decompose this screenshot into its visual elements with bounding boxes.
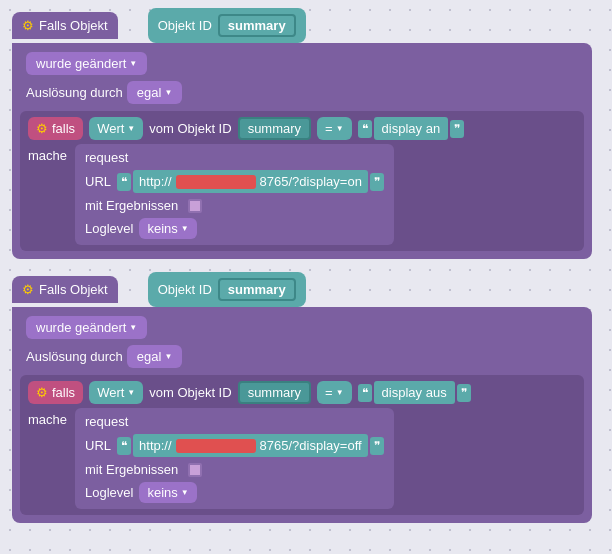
block2-mit-label: mit Ergebnissen [85,462,178,477]
block1-wert-btn[interactable]: Wert ▼ [89,117,143,140]
block1-equals-arrow: ▼ [336,124,344,133]
block1-auslosung-row: Auslösung durch egal ▼ [20,78,584,107]
block1-vom-label: vom Objekt ID [149,121,231,136]
block1-auslosung-arrow: ▼ [164,88,172,97]
block1-request-label: request [85,150,128,165]
block2-vom-value: summary [238,381,311,404]
block2-url-value: http:// 8765/?display=off [133,434,368,457]
block2-wurde-arrow: ▼ [129,323,137,332]
block2-falls-row: ⚙ falls Wert ▼ vom Objekt ID summary = ▼… [28,381,576,404]
block2-quote-right: ❞ [457,384,471,402]
block2-mit-row: mit Ergebnissen [85,462,384,477]
block1-url-redacted [176,175,256,189]
block2-equals-btn[interactable]: = ▼ [317,381,352,404]
block2-vom-label: vom Objekt ID [149,385,231,400]
block2-url-label: URL [85,438,111,453]
block1-url-quote-left: ❝ [117,173,131,191]
block2-auslosung-row: Auslösung durch egal ▼ [20,342,584,371]
block1-request-row: request [85,150,384,165]
block2-request-row: request [85,414,384,429]
block1-url-container: ❝ http:// 8765/?display=on ❞ [117,170,384,193]
block2-equals-arrow: ▼ [336,388,344,397]
block2-display-container: ❝ display aus ❞ [358,381,471,404]
block2-loglevel-label: Loglevel [85,485,133,500]
block1-container: ⚙ Falls Objekt Objekt ID summary wurde g… [12,8,592,259]
block2-url-redacted [176,439,256,453]
block2-header-gap [118,274,148,306]
block2-objekt-id-value: summary [218,278,296,301]
block1-wurde-arrow: ▼ [129,59,137,68]
block2-objekt-id-container: Objekt ID summary [148,272,306,307]
block2-loglevel-arrow: ▼ [181,488,189,497]
block2-mache-section: mache request URL ❝ http:// [28,408,576,509]
block2-auslosung-label: Auslösung durch [26,349,123,364]
block1-url-quote-right: ❞ [370,173,384,191]
block1-wurde-row: wurde geändert ▼ [20,49,584,78]
block1-falls-objekt[interactable]: ⚙ Falls Objekt [12,12,118,39]
block2-request-label: request [85,414,128,429]
block2-wert-arrow: ▼ [127,388,135,397]
block2-url-quote-left: ❝ [117,437,131,455]
block2-wurde-btn[interactable]: wurde geändert ▼ [26,316,147,339]
block1-falls-row: ⚙ falls Wert ▼ vom Objekt ID summary = ▼… [28,117,576,140]
block2-mache-label: mache [28,408,67,427]
block1-falls-gear[interactable]: ⚙ falls [28,117,83,140]
block1-header: ⚙ Falls Objekt Objekt ID summary [12,8,592,43]
block2-mache-inner: request URL ❝ http:// 8765/?display=off [75,408,394,509]
block2-mit-checkbox[interactable] [188,463,202,477]
block1-display-container: ❝ display an ❞ [358,117,465,140]
gear-icon: ⚙ [22,18,34,33]
block2-loglevel-btn[interactable]: keins ▼ [139,482,196,503]
block1-equals-btn[interactable]: = ▼ [317,117,352,140]
block2-wurde-row: wurde geändert ▼ [20,313,584,342]
block2-wert-btn[interactable]: Wert ▼ [89,381,143,404]
block1-url-value: http:// 8765/?display=on [133,170,368,193]
block1-mit-row: mit Ergebnissen [85,198,384,213]
block1-wert-arrow: ▼ [127,124,135,133]
block1-url-row: URL ❝ http:// 8765/?display=on ❞ [85,170,384,193]
block2-url-quote-right: ❞ [370,437,384,455]
block2-header: ⚙ Falls Objekt Objekt ID summary [12,272,592,307]
block1-mit-checkbox[interactable] [188,199,202,213]
block1-mache-inner: request URL ❝ http:// 8765/?display=on [75,144,394,245]
block1-main: wurde geändert ▼ Auslösung durch egal ▼ … [12,43,592,259]
block2-falls-gear-icon: ⚙ [36,385,48,400]
block2-gear-icon: ⚙ [22,282,34,297]
block1-falls-gear-icon: ⚙ [36,121,48,136]
block2-auslosung-btn[interactable]: egal ▼ [127,345,183,368]
block1-auslosung-btn[interactable]: egal ▼ [127,81,183,104]
block1-url-label: URL [85,174,111,189]
block2-falls-gear[interactable]: ⚙ falls [28,381,83,404]
block1-auslosung-label: Auslösung durch [26,85,123,100]
block1-falls-container: ⚙ falls Wert ▼ vom Objekt ID summary = ▼… [20,111,584,251]
block2-url-container: ❝ http:// 8765/?display=off ❞ [117,434,384,457]
block1-mache-label: mache [28,144,67,163]
block1-objekt-id-container: Objekt ID summary [148,8,306,43]
block1-wurde-btn[interactable]: wurde geändert ▼ [26,52,147,75]
block1-loglevel-btn[interactable]: keins ▼ [139,218,196,239]
block2-display-value: display aus [374,381,455,404]
block1-mit-label: mit Ergebnissen [85,198,178,213]
block1-header-gap [118,10,148,42]
block1-quote-left: ❝ [358,120,372,138]
block1-loglevel-arrow: ▼ [181,224,189,233]
block2-auslosung-arrow: ▼ [164,352,172,361]
block1-display-value: display an [374,117,449,140]
block2-main: wurde geändert ▼ Auslösung durch egal ▼ … [12,307,592,523]
block2-container: ⚙ Falls Objekt Objekt ID summary wurde g… [12,272,592,523]
block2-loglevel-row: Loglevel keins ▼ [85,482,384,503]
block2-falls-container: ⚙ falls Wert ▼ vom Objekt ID summary = ▼… [20,375,584,515]
block1-quote-right: ❞ [450,120,464,138]
block1-vom-value: summary [238,117,311,140]
block2-url-row: URL ❝ http:// 8765/?display=off ❞ [85,434,384,457]
block1-loglevel-row: Loglevel keins ▼ [85,218,384,239]
block2-falls-objekt[interactable]: ⚙ Falls Objekt [12,276,118,303]
block1-mache-section: mache request URL ❝ http:// [28,144,576,245]
block1-objekt-id-value: summary [218,14,296,37]
block1-loglevel-label: Loglevel [85,221,133,236]
block2-quote-left: ❝ [358,384,372,402]
